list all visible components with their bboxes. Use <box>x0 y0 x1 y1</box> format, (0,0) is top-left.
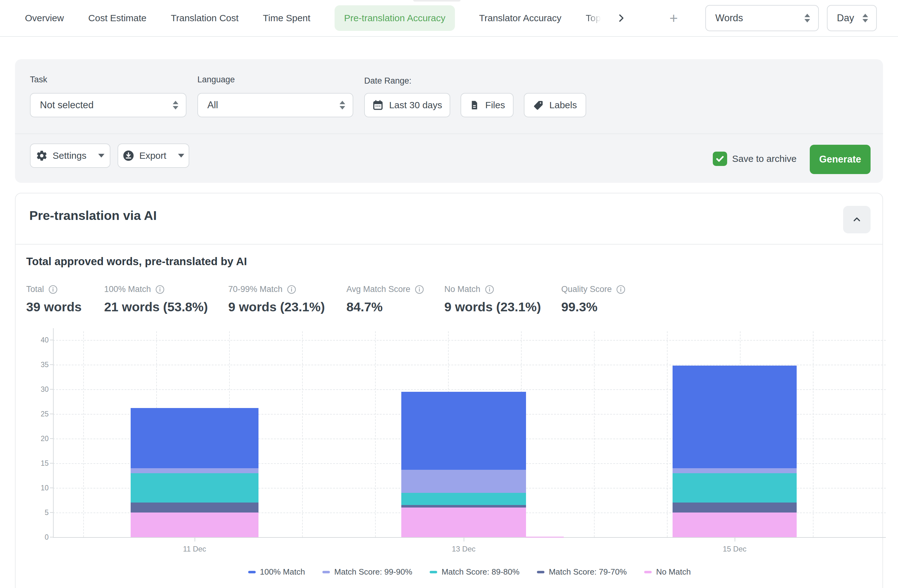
legend-label: No Match <box>656 567 690 577</box>
bar-11-dec-match-score-79-70-[interactable] <box>131 503 258 513</box>
tab-pre-translation-accuracy[interactable]: Pre-translation Accuracy <box>335 5 455 31</box>
tab-translator-accuracy[interactable]: Translator Accuracy <box>479 13 561 23</box>
bar-13-dec-no-match[interactable] <box>401 508 526 537</box>
legend-label: Match Score: 89-80% <box>441 567 520 577</box>
bar-11-dec-match-score-89-80-[interactable] <box>131 473 258 503</box>
near-zero-no-match-bar[interactable] <box>526 537 564 538</box>
generate-button[interactable]: Generate <box>810 145 870 174</box>
top-notch-decoration <box>413 0 461 2</box>
stat-70-99-match: 70-99% Match9 words (23.1%) <box>228 285 325 314</box>
bar-13-dec-match-score-89-80-[interactable] <box>401 493 526 505</box>
bar-13-dec-match-score-99-90-[interactable] <box>401 470 526 493</box>
stat-label: Avg Match Score <box>346 285 411 294</box>
settings-button-label: Settings <box>53 150 86 161</box>
save-to-archive-checkbox[interactable] <box>713 152 727 166</box>
stat-value: 39 words <box>26 300 82 314</box>
select-arrows-icon <box>804 14 810 23</box>
filters-panel: Task Not selected Language All Date Rang… <box>15 59 883 183</box>
bar-15-dec-100-match[interactable] <box>673 366 797 468</box>
period-select-value: Day <box>837 12 854 24</box>
info-circle-icon[interactable] <box>155 285 165 294</box>
bar-13-dec-100-match[interactable] <box>401 392 526 470</box>
date-range-button[interactable]: Last 30 days <box>364 93 450 117</box>
file-icon <box>469 100 480 111</box>
language-select-value: All <box>208 100 218 111</box>
task-select[interactable]: Not selected <box>30 93 186 117</box>
caret-down-icon <box>178 154 184 157</box>
save-to-archive-label: Save to archive <box>732 154 797 164</box>
legend-item-match-score-89-80-[interactable]: Match Score: 89-80% <box>430 567 520 577</box>
legend-item-no-match[interactable]: No Match <box>644 567 690 577</box>
stat-label: No Match <box>444 285 480 294</box>
labels-button[interactable]: Labels <box>524 93 586 117</box>
download-circle-icon <box>123 150 134 162</box>
stat-value: 84.7% <box>346 300 424 314</box>
bar-11-dec-100-match[interactable] <box>131 408 258 468</box>
top-selects: Words Day <box>705 5 877 31</box>
select-arrows-icon <box>173 101 178 109</box>
period-select[interactable]: Day <box>827 5 877 31</box>
info-circle-icon[interactable] <box>415 285 424 294</box>
info-circle-icon[interactable] <box>485 285 494 294</box>
labels-button-label: Labels <box>549 100 577 111</box>
stat-value: 99.3% <box>561 300 626 314</box>
task-select-value: Not selected <box>40 100 94 111</box>
files-button-label: Files <box>485 100 505 111</box>
legend-item-match-score-79-70-[interactable]: Match Score: 79-70% <box>537 567 627 577</box>
legend-label: 100% Match <box>260 567 305 577</box>
legend-marker <box>644 571 652 573</box>
legend-marker <box>248 571 256 573</box>
bar-11-dec-match-score-99-90-[interactable] <box>131 468 258 473</box>
bar-13-dec-match-score-79-70-[interactable] <box>401 505 526 508</box>
date-range-label: Date Range: <box>364 76 412 86</box>
stat-label: 100% Match <box>104 285 151 294</box>
info-circle-icon[interactable] <box>287 285 296 294</box>
tab-translation-cost[interactable]: Translation Cost <box>171 13 238 23</box>
stat-quality-score: Quality Score99.3% <box>561 285 626 314</box>
legend-marker <box>322 571 330 573</box>
bar-15-dec-match-score-79-70-[interactable] <box>673 503 797 513</box>
task-label: Task <box>30 75 48 85</box>
more-tabs-button[interactable] <box>616 13 626 23</box>
stat-total: Total39 words <box>26 285 82 314</box>
tab-overview[interactable]: Overview <box>25 13 64 23</box>
collapse-section-button[interactable] <box>843 206 870 233</box>
tab-top-truncated[interactable]: Top <box>586 13 601 23</box>
tab-time-spent[interactable]: Time Spent <box>263 13 310 23</box>
chevron-up-icon <box>852 214 862 225</box>
files-button[interactable]: Files <box>461 93 514 117</box>
export-button-label: Export <box>139 150 166 161</box>
legend-label: Match Score: 99-90% <box>334 567 412 577</box>
chart-legend: 100% MatchMatch Score: 99-90%Match Score… <box>53 567 886 577</box>
info-circle-icon[interactable] <box>616 285 626 294</box>
card-title: Pre-translation via AI <box>29 208 157 223</box>
export-button[interactable]: Export <box>118 143 189 168</box>
stat-value: 21 words (53.8%) <box>104 300 208 314</box>
legend-item-100-match[interactable]: 100% Match <box>248 567 305 577</box>
stat-avg-match-score: Avg Match Score84.7% <box>346 285 424 314</box>
unit-select-value: Words <box>715 12 743 24</box>
date-range-button-label: Last 30 days <box>389 100 442 111</box>
chart-subtitle: Total approved words, pre-translated by … <box>26 255 247 268</box>
stat-label: Total <box>26 285 44 294</box>
language-select[interactable]: All <box>197 93 353 117</box>
panel-divider <box>15 134 883 134</box>
stat-value: 9 words (23.1%) <box>228 300 325 314</box>
tab-cost-estimate[interactable]: Cost Estimate <box>88 13 146 23</box>
stat-value: 9 words (23.1%) <box>444 300 541 314</box>
info-circle-icon[interactable] <box>48 285 58 294</box>
bar-15-dec-match-score-99-90-[interactable] <box>673 468 797 473</box>
bar-15-dec-match-score-89-80-[interactable] <box>673 473 797 503</box>
checkmark-icon <box>715 154 725 163</box>
settings-button[interactable]: Settings <box>30 143 111 168</box>
select-arrows-icon <box>863 14 868 23</box>
tag-icon <box>533 100 544 111</box>
stat-label: Quality Score <box>561 285 612 294</box>
bar-15-dec-no-match[interactable] <box>673 513 797 537</box>
stat-no-match: No Match9 words (23.1%) <box>444 285 541 314</box>
add-tab-button[interactable]: + <box>669 11 678 25</box>
bar-11-dec-no-match[interactable] <box>131 513 258 537</box>
legend-item-match-score-99-90-[interactable]: Match Score: 99-90% <box>322 567 412 577</box>
legend-marker <box>537 571 544 573</box>
unit-select[interactable]: Words <box>705 5 819 31</box>
